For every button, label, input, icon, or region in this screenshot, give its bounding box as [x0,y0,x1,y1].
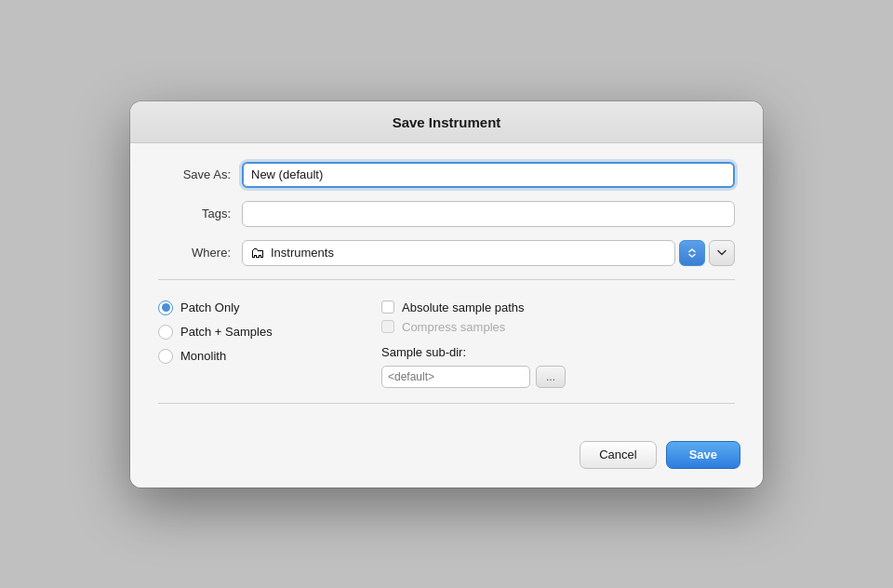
dialog-footer: Cancel Save [130,428,763,488]
radio-patch-only-label: Patch Only [180,301,240,314]
divider-top [158,279,735,280]
radio-patch-samples[interactable]: Patch + Samples [158,325,344,340]
absolute-paths-checkbox[interactable] [381,301,394,314]
radio-patch-only-circle [158,301,173,315]
save-as-row: Save As: [158,162,735,188]
dialog-titlebar: Save Instrument [130,101,763,143]
where-selector[interactable]: 🗂 Instruments [242,240,675,266]
absolute-paths-label: Absolute sample paths [402,301,525,314]
options-columns: Patch Only Patch + Samples Monolith [158,301,735,388]
radio-patch-samples-circle [158,325,173,340]
radio-monolith-label: Monolith [180,349,226,363]
dialog-body: Save As: Tags: Where: 🗂 Instruments [130,143,763,428]
where-updown-button[interactable] [679,240,705,266]
subdir-label: Sample sub-dir: [381,345,466,359]
tags-row: Tags: [158,201,735,227]
cancel-button[interactable]: Cancel [580,441,656,469]
absolute-paths-row: Absolute sample paths [381,301,735,314]
where-dropdown-button[interactable] [709,240,735,266]
dialog-title: Save Instrument [393,114,501,130]
radio-options-col: Patch Only Patch + Samples Monolith [158,301,344,388]
where-folder-name: Instruments [271,246,667,260]
radio-patch-only-dot [162,303,170,312]
subdir-input[interactable] [381,366,530,388]
save-as-label: Save As: [158,167,242,181]
options-right-col: Absolute sample paths Compress samples S… [344,301,735,388]
radio-monolith-circle [158,349,173,364]
options-section: Patch Only Patch + Samples Monolith [158,286,735,397]
subdir-row: ... [381,366,735,388]
browse-btn-label: ... [546,370,555,383]
tags-label: Tags: [158,207,242,220]
save-instrument-dialog: Save Instrument Save As: Tags: Where: 🗂 … [130,101,763,488]
subdir-browse-button[interactable]: ... [536,366,566,388]
compress-samples-row: Compress samples [381,320,735,334]
radio-monolith[interactable]: Monolith [158,349,344,364]
where-row: Where: 🗂 Instruments [158,240,735,266]
folder-icon: 🗂 [250,245,265,261]
compress-samples-checkbox[interactable] [381,320,394,333]
where-label: Where: [158,246,242,260]
save-button[interactable]: Save [666,441,740,469]
subdir-section: Sample sub-dir: [381,343,735,360]
save-as-input[interactable] [242,162,735,188]
radio-patch-samples-label: Patch + Samples [180,325,273,339]
compress-samples-label: Compress samples [402,320,505,334]
divider-bottom [158,403,735,404]
tags-input[interactable] [242,201,735,227]
radio-patch-only[interactable]: Patch Only [158,301,344,315]
